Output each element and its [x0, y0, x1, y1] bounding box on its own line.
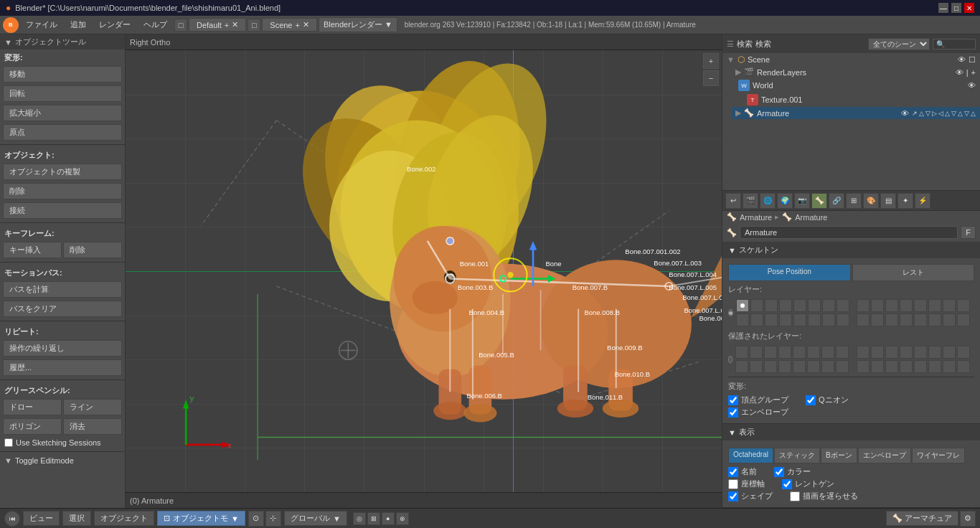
player-15[interactable]	[821, 360, 834, 373]
player-3[interactable]	[764, 346, 777, 359]
close-button[interactable]: ✕	[964, 3, 974, 13]
layer-14[interactable]	[808, 314, 821, 326]
player-9[interactable]	[735, 360, 748, 373]
layer-27[interactable]	[885, 314, 898, 326]
layer-28[interactable]	[900, 314, 913, 326]
layer-31[interactable]	[943, 314, 956, 326]
join-button[interactable]: 接続	[3, 202, 122, 219]
prop-icon-object[interactable]: 📷	[794, 193, 810, 209]
pivot-btn[interactable]: ⊙	[248, 511, 264, 527]
object-menu-btn[interactable]: オブジェクト	[94, 511, 154, 526]
wire-btn[interactable]: ワイヤーフレ	[912, 448, 965, 463]
player-1[interactable]	[735, 346, 748, 359]
layer-10[interactable]	[750, 314, 763, 326]
poly-button[interactable]: ポリゴン	[3, 418, 62, 435]
player-31[interactable]	[943, 360, 956, 373]
delete-button[interactable]: 削除	[3, 183, 122, 199]
rest-position-btn[interactable]: レスト	[852, 264, 975, 281]
player-16[interactable]	[836, 360, 849, 373]
onion-btn[interactable]: ⊗	[396, 512, 409, 525]
layer-12[interactable]	[779, 314, 792, 326]
global-select[interactable]: グローバル ▼	[284, 511, 347, 526]
layer-25[interactable]	[857, 314, 870, 326]
scene-select[interactable]: 全てのシーン	[868, 38, 930, 50]
layer-32[interactable]	[957, 314, 970, 326]
player-5[interactable]	[793, 346, 806, 359]
layer-26[interactable]	[871, 314, 884, 326]
player-18[interactable]	[871, 346, 884, 359]
player-24[interactable]	[957, 346, 970, 359]
armature-name-input[interactable]	[740, 226, 958, 239]
toggle-editmode-row[interactable]: ▼ Toggle Editmode	[0, 454, 125, 467]
prop-icon-scene[interactable]: 🌐	[760, 193, 776, 209]
origin-button[interactable]: 原点	[3, 124, 122, 141]
player-4[interactable]	[778, 346, 791, 359]
history-button[interactable]: 履歴...	[3, 359, 122, 376]
player-12[interactable]	[778, 360, 791, 373]
outliner-item-world[interactable]: W World 👁	[731, 78, 980, 93]
repeat-button[interactable]: 操作の繰り返し	[3, 340, 122, 357]
auto-keying-btn[interactable]: ●	[382, 512, 395, 525]
menu-help[interactable]: ヘルプ	[138, 18, 173, 32]
player-20[interactable]	[900, 346, 913, 359]
renderer-select[interactable]: Blenderレンダー ▼	[319, 17, 397, 32]
scene-add[interactable]: +	[296, 21, 300, 29]
prop-icon-data[interactable]: ⊞	[846, 193, 862, 209]
player-14[interactable]	[807, 360, 820, 373]
player-7[interactable]	[821, 346, 834, 359]
player-6[interactable]	[807, 346, 820, 359]
settings-btn[interactable]: ⚙	[960, 511, 976, 527]
scene-close[interactable]: ✕	[303, 20, 309, 29]
player-11[interactable]	[764, 360, 777, 373]
layer-21[interactable]	[914, 299, 927, 312]
player-22[interactable]	[928, 346, 941, 359]
select-menu-btn[interactable]: 選択	[62, 511, 91, 526]
outliner-item-texture[interactable]: T Texture.001	[740, 93, 980, 107]
workspace-add[interactable]: +	[225, 21, 229, 29]
prop-icon-world[interactable]: 🌍	[777, 193, 793, 209]
renderlayers-eye[interactable]: 👁	[956, 68, 963, 77]
layer-7[interactable]	[822, 299, 835, 312]
layer-9[interactable]	[736, 314, 749, 326]
menu-file[interactable]: ファイル	[20, 18, 63, 32]
layer-3[interactable]	[765, 299, 778, 312]
prop-icon-constraints[interactable]: 🔗	[829, 193, 844, 209]
layer-1[interactable]	[736, 299, 749, 312]
player-26[interactable]	[871, 360, 884, 373]
player-2[interactable]	[750, 346, 763, 359]
layer-24[interactable]	[957, 299, 970, 312]
layer-6[interactable]	[808, 299, 821, 312]
shape-checkbox[interactable]	[728, 491, 738, 501]
view-menu-btn[interactable]: ビュー	[23, 511, 60, 526]
player-21[interactable]	[914, 346, 927, 359]
show-name-checkbox[interactable]	[728, 467, 738, 477]
menu-add[interactable]: 追加	[65, 18, 92, 32]
delete-key-button[interactable]: 削除	[63, 242, 122, 258]
layer-29[interactable]	[914, 314, 927, 326]
draw-button[interactable]: ドロー	[3, 399, 62, 415]
layer-23[interactable]	[943, 299, 956, 312]
layer-22[interactable]	[928, 299, 941, 312]
layer-11[interactable]	[765, 314, 778, 326]
layer-8[interactable]	[837, 299, 849, 312]
show-axes-checkbox[interactable]	[728, 479, 738, 489]
bbone-btn[interactable]: Bボーン	[821, 448, 857, 463]
breadcrumb-armature[interactable]: Armature	[740, 213, 772, 222]
world-eye[interactable]: 👁	[968, 81, 976, 90]
prop-icon-0[interactable]: ↩	[725, 193, 741, 209]
outliner-item-renderlayers[interactable]: ▶ 🎬 RenderLayers 👁 | +	[731, 66, 980, 78]
player-17[interactable]	[857, 346, 870, 359]
skeleton-toggle[interactable]: ▼ スケルトン	[722, 242, 980, 258]
player-23[interactable]	[943, 346, 956, 359]
viewport-nav-minus[interactable]: −	[703, 70, 719, 86]
layer-2[interactable]	[750, 299, 763, 312]
layer-17[interactable]	[857, 299, 870, 312]
prop-icon-particles[interactable]: ✦	[897, 193, 913, 209]
player-30[interactable]	[928, 360, 941, 373]
viewport-content[interactable]: x y Bone.002 Bone.001 Bone Bone.007.001.…	[126, 50, 722, 492]
player-25[interactable]	[857, 360, 870, 373]
layer-15[interactable]	[822, 314, 835, 326]
octahedral-btn[interactable]: Octahedral	[728, 448, 773, 463]
menu-render[interactable]: レンダー	[93, 18, 136, 32]
layer-5[interactable]	[793, 299, 806, 312]
